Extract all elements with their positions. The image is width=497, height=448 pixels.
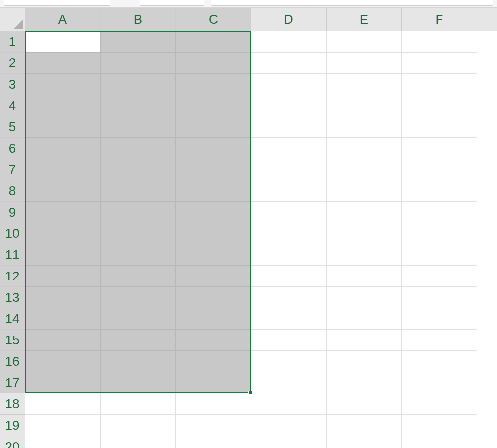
col-header-B[interactable]: B (101, 8, 176, 31)
cell-D11[interactable] (251, 244, 327, 266)
cell-E20[interactable] (327, 436, 402, 448)
row-header-20[interactable]: 20 (0, 436, 25, 448)
cell-C17[interactable] (176, 372, 251, 393)
cell-E8[interactable] (327, 180, 402, 202)
cell-B20[interactable] (101, 436, 176, 448)
cell-B7[interactable] (101, 159, 176, 180)
row-header-19[interactable]: 19 (0, 415, 25, 436)
row-header-7[interactable]: 7 (0, 159, 25, 180)
col-header-E[interactable]: E (327, 8, 402, 31)
cell-E2[interactable] (327, 53, 402, 74)
cell-A17[interactable] (25, 372, 101, 393)
cell-F12[interactable] (402, 266, 477, 287)
row-header-2[interactable]: 2 (0, 53, 25, 74)
row-header-15[interactable]: 15 (0, 330, 25, 351)
cell-A19[interactable] (25, 415, 101, 436)
row-header-10[interactable]: 10 (0, 223, 25, 244)
cell-E14[interactable] (327, 308, 402, 330)
cell-D16[interactable] (251, 351, 327, 372)
cell-A12[interactable] (25, 266, 101, 287)
name-box[interactable] (4, 0, 110, 6)
cell-A8[interactable] (25, 180, 101, 202)
cell-F6[interactable] (402, 138, 477, 159)
row-header-14[interactable]: 14 (0, 308, 25, 330)
cell-F4[interactable] (402, 95, 477, 116)
cell-D19[interactable] (251, 415, 327, 436)
cell-F2[interactable] (402, 53, 477, 74)
cell-E4[interactable] (327, 95, 402, 116)
cell-A11[interactable] (25, 244, 101, 266)
cell-F13[interactable] (402, 287, 477, 308)
cell-B17[interactable] (101, 372, 176, 393)
cell-E7[interactable] (327, 159, 402, 180)
cell-A1[interactable] (25, 31, 101, 53)
cell-E9[interactable] (327, 202, 402, 223)
cell-F17[interactable] (402, 372, 477, 393)
col-header-D[interactable]: D (251, 8, 327, 31)
cell-B4[interactable] (101, 95, 176, 116)
cell-C2[interactable] (176, 53, 251, 74)
cell-B18[interactable] (101, 393, 176, 415)
cell-F7[interactable] (402, 159, 477, 180)
row-header-18[interactable]: 18 (0, 393, 25, 415)
cell-F19[interactable] (402, 415, 477, 436)
cell-E17[interactable] (327, 372, 402, 393)
cell-A2[interactable] (25, 53, 101, 74)
spreadsheet-grid[interactable]: A B C D E F 1234567891011121314151617181… (0, 8, 497, 448)
cell-E15[interactable] (327, 330, 402, 351)
select-all-corner[interactable] (0, 8, 25, 31)
cell-C16[interactable] (176, 351, 251, 372)
col-header-C[interactable]: C (176, 8, 251, 31)
cell-E16[interactable] (327, 351, 402, 372)
cell-A10[interactable] (25, 223, 101, 244)
cell-B11[interactable] (101, 244, 176, 266)
cell-E19[interactable] (327, 415, 402, 436)
row-header-1[interactable]: 1 (0, 31, 25, 53)
cell-D15[interactable] (251, 330, 327, 351)
cell-C6[interactable] (176, 138, 251, 159)
cell-B3[interactable] (101, 74, 176, 95)
row-header-16[interactable]: 16 (0, 351, 25, 372)
cell-D2[interactable] (251, 53, 327, 74)
cell-B16[interactable] (101, 351, 176, 372)
cell-A6[interactable] (25, 138, 101, 159)
cell-B15[interactable] (101, 330, 176, 351)
cell-C3[interactable] (176, 74, 251, 95)
cell-D10[interactable] (251, 223, 327, 244)
row-header-4[interactable]: 4 (0, 95, 25, 116)
cell-A20[interactable] (25, 436, 101, 448)
cell-F18[interactable] (402, 393, 477, 415)
cell-B10[interactable] (101, 223, 176, 244)
cell-E18[interactable] (327, 393, 402, 415)
cell-D18[interactable] (251, 393, 327, 415)
cell-E12[interactable] (327, 266, 402, 287)
cell-B12[interactable] (101, 266, 176, 287)
cell-C15[interactable] (176, 330, 251, 351)
cell-E5[interactable] (327, 116, 402, 138)
cell-F5[interactable] (402, 116, 477, 138)
cell-D17[interactable] (251, 372, 327, 393)
cell-C9[interactable] (176, 202, 251, 223)
cell-F11[interactable] (402, 244, 477, 266)
cell-A5[interactable] (25, 116, 101, 138)
cell-C1[interactable] (176, 31, 251, 53)
row-header-9[interactable]: 9 (0, 202, 25, 223)
row-header-13[interactable]: 13 (0, 287, 25, 308)
cell-C14[interactable] (176, 308, 251, 330)
cell-E11[interactable] (327, 244, 402, 266)
row-header-12[interactable]: 12 (0, 266, 25, 287)
cell-A18[interactable] (25, 393, 101, 415)
cell-C5[interactable] (176, 116, 251, 138)
cell-B19[interactable] (101, 415, 176, 436)
cell-F14[interactable] (402, 308, 477, 330)
cell-E13[interactable] (327, 287, 402, 308)
cell-D7[interactable] (251, 159, 327, 180)
cell-D8[interactable] (251, 180, 327, 202)
cell-C12[interactable] (176, 266, 251, 287)
cell-B8[interactable] (101, 180, 176, 202)
cell-C20[interactable] (176, 436, 251, 448)
cell-E1[interactable] (327, 31, 402, 53)
cell-D4[interactable] (251, 95, 327, 116)
cell-F10[interactable] (402, 223, 477, 244)
cell-D13[interactable] (251, 287, 327, 308)
